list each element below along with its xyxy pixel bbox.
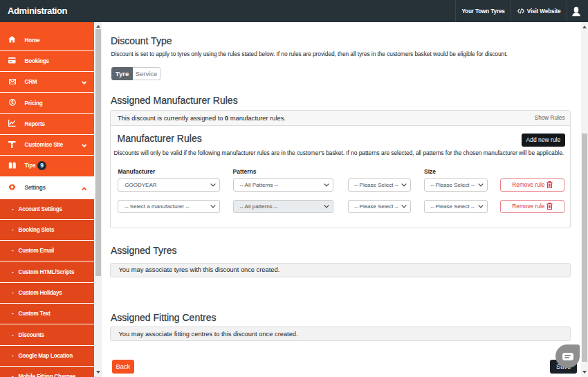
svg-text:€: € [11, 100, 14, 104]
